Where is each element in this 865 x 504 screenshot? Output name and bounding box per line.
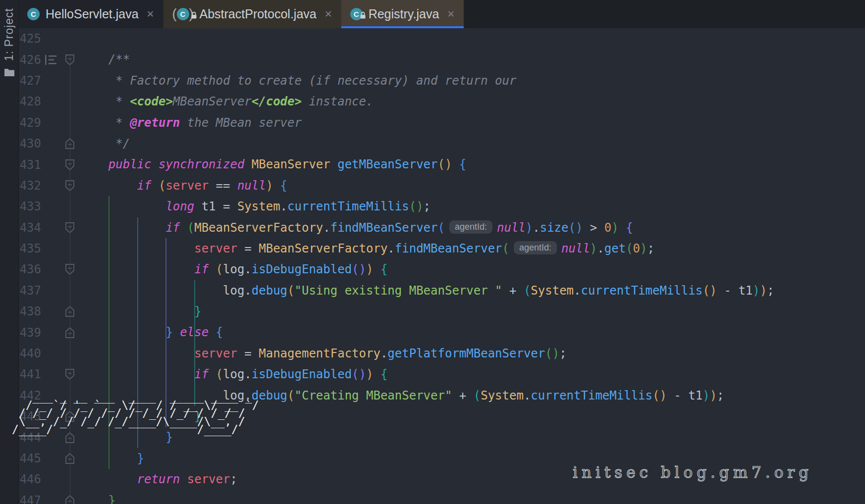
token: { — [380, 262, 387, 276]
code-line-435[interactable]: server = MBeanServerFactory.findMBeanSer… — [80, 238, 865, 259]
code-line-427[interactable]: * Factory method to create (if necessary… — [80, 70, 865, 91]
gutter-row: 438 — [18, 301, 80, 322]
gutter-row: 426 — [18, 49, 80, 70]
token — [273, 179, 280, 193]
token: return — [137, 472, 180, 486]
token: currentTimeMillis — [287, 200, 409, 213]
token — [619, 221, 626, 235]
token: } — [165, 430, 172, 444]
token: ) — [359, 367, 366, 381]
gutter-row: 436 — [18, 259, 80, 280]
line-number: 440 — [18, 347, 41, 360]
token: "Creating MBeanServer" — [295, 389, 452, 403]
token: . — [380, 347, 387, 360]
token: 0 — [604, 221, 611, 235]
gutter-row: 431 — [18, 154, 80, 175]
code-line-425[interactable] — [80, 28, 865, 49]
code-line-432[interactable]: if (server == null) { — [80, 175, 865, 196]
code-line-437[interactable]: log.debug("Using existing MBeanServer " … — [80, 280, 865, 301]
code-line-438[interactable]: } — [80, 301, 865, 322]
token: isDebugEnabled — [252, 262, 352, 276]
code-line-433[interactable]: long t1 = System.currentTimeMillis(); — [80, 196, 865, 217]
token: ( — [502, 242, 509, 255]
token: ; — [230, 472, 237, 486]
code-line-440[interactable]: server = ManagementFactory.getPlatformMB… — [80, 343, 865, 364]
tab-registry-java[interactable]: CRegistry.java✕ — [341, 0, 464, 28]
gutter-row: 430 — [18, 133, 80, 154]
token: get — [604, 242, 626, 255]
token: ( — [187, 221, 194, 235]
token: ( — [287, 284, 294, 298]
token: . — [323, 221, 330, 235]
token — [180, 472, 187, 486]
code-line-442[interactable]: log.debug("Creating MBeanServer" + (Syst… — [80, 385, 865, 406]
gutter-row: 433 — [18, 196, 80, 217]
token: * — [115, 116, 130, 130]
tab-abstractprotocol-java[interactable]: (C)AbstractProtocol.java✕ — [163, 0, 341, 28]
line-number: 429 — [18, 116, 41, 130]
close-icon[interactable]: ✕ — [447, 8, 455, 20]
token: . — [244, 284, 251, 298]
token — [173, 325, 180, 339]
token: ) — [552, 347, 559, 360]
code-line-443[interactable]: } — [80, 406, 865, 427]
token: getMBeanServer — [337, 157, 437, 171]
token: ( — [352, 262, 359, 276]
token — [209, 325, 216, 339]
token: @return — [130, 116, 180, 130]
code-line-446[interactable]: return server; — [80, 469, 865, 490]
code-editor[interactable]: 4254264274284294304314324334344354364374… — [18, 28, 865, 504]
line-number: 425 — [18, 32, 41, 46]
token: { — [280, 179, 287, 193]
code-line-439[interactable]: } else { — [80, 322, 865, 343]
token: + — [452, 389, 473, 403]
code-line-445[interactable]: } — [80, 448, 865, 469]
token: + — [502, 284, 524, 298]
token: MBeanServer — [173, 95, 252, 108]
tab-helloservlet-java[interactable]: CHelloServlet.java✕ — [18, 0, 163, 28]
token: . — [524, 389, 531, 403]
lock-icon — [191, 8, 197, 22]
code-line-430[interactable]: */ — [80, 133, 865, 154]
code-pane[interactable]: /** * Factory method to create (if neces… — [80, 28, 865, 504]
token: long — [165, 200, 194, 213]
line-number: 432 — [18, 179, 41, 193]
token: ) — [753, 284, 759, 298]
code-line-434[interactable]: if (MBeanServerFactory.findMBeanServer(a… — [80, 217, 865, 238]
code-line-447[interactable]: } — [80, 490, 865, 504]
code-line-431[interactable]: public synchronized MBeanServer getMBean… — [80, 154, 865, 175]
line-number: 434 — [18, 221, 41, 235]
gutter-row: 432 — [18, 175, 80, 196]
code-line-441[interactable]: if (log.isDebugEnabled()) { — [80, 364, 865, 385]
token: if — [194, 262, 209, 276]
token: } — [194, 409, 201, 423]
token: . — [597, 242, 604, 255]
code-line-429[interactable]: * @return the MBean server — [80, 112, 865, 133]
token — [244, 157, 251, 171]
project-tool-button[interactable]: 1: Project — [0, 8, 18, 79]
token — [180, 221, 187, 235]
gutter-row: 428 — [18, 91, 80, 112]
ide-window: 1: Project CHelloServlet.java✕(C)Abstrac… — [0, 0, 865, 504]
gutter-row: 441 — [18, 364, 80, 385]
gutter-row: 425 — [18, 28, 80, 49]
token: == — [209, 179, 237, 193]
code-line-428[interactable]: * <code>MBeanServer</code> instance. — [80, 91, 865, 112]
code-line-426[interactable]: /** — [80, 49, 865, 70]
code-line-444[interactable]: } — [80, 427, 865, 448]
token: ( — [474, 389, 481, 403]
token: findMBeanServer — [330, 221, 438, 235]
close-icon[interactable]: ✕ — [324, 8, 332, 20]
token: ( — [569, 221, 576, 235]
render-doc-icon[interactable] — [42, 54, 60, 65]
code-line-436[interactable]: if (log.isDebugEnabled()) { — [80, 259, 865, 280]
token: currentTimeMillis — [581, 284, 703, 298]
line-number: 442 — [18, 389, 41, 403]
token: ) — [366, 367, 373, 381]
close-icon[interactable]: ✕ — [147, 8, 155, 20]
token: ; — [424, 200, 431, 213]
line-number: 446 — [18, 472, 41, 486]
gutter-row: 434 — [18, 217, 80, 238]
class-circle: C — [177, 8, 189, 20]
token: = — [237, 347, 259, 360]
